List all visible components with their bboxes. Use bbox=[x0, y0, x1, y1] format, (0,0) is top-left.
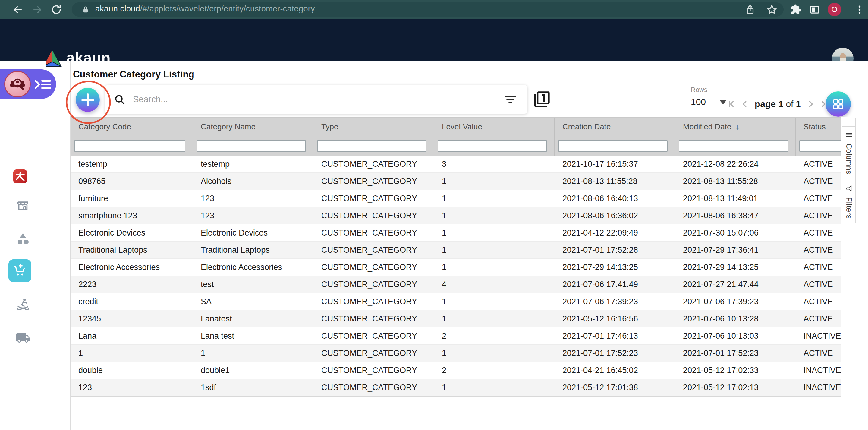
column-filter-input[interactable] bbox=[438, 140, 547, 152]
table-cell: 2223 bbox=[70, 276, 193, 293]
crm-module-badge[interactable] bbox=[4, 71, 31, 97]
side-panel-icon[interactable] bbox=[809, 4, 820, 16]
active-module-pill[interactable] bbox=[0, 69, 56, 99]
table-cell: Lana test bbox=[193, 327, 313, 344]
table-cell: CUSTOMER_CATEGORY bbox=[313, 190, 434, 207]
table-row[interactable]: doubledouble1CUSTOMER_CATEGORY22021-04-2… bbox=[70, 362, 841, 379]
sidebar-item-watersports[interactable] bbox=[0, 297, 46, 312]
table-cell: 12345 bbox=[70, 310, 193, 327]
table-cell: Electronic Accessories bbox=[193, 259, 313, 276]
page-scrollbar[interactable] bbox=[866, 61, 866, 430]
table-cell: CUSTOMER_CATEGORY bbox=[313, 173, 434, 190]
sidebar-item-logistics[interactable] bbox=[0, 331, 46, 345]
column-header[interactable]: Level Value bbox=[434, 118, 555, 136]
column-header-label: Category Name bbox=[201, 122, 255, 132]
table-cell: CUSTOMER_CATEGORY bbox=[313, 362, 434, 379]
table-row[interactable]: 12345LanatestCUSTOMER_CATEGORY12021-05-1… bbox=[70, 310, 841, 327]
column-header[interactable]: Category Code bbox=[70, 118, 193, 136]
column-header[interactable]: Category Name bbox=[193, 118, 313, 136]
menu-open-icon[interactable] bbox=[34, 78, 52, 90]
share-icon[interactable] bbox=[744, 4, 756, 16]
tab-columns[interactable]: Columns bbox=[842, 127, 856, 179]
sidebar-item-red-applet[interactable] bbox=[13, 169, 27, 183]
shapes-icon bbox=[16, 232, 30, 246]
tab-filters[interactable]: Filters bbox=[842, 179, 856, 223]
table-row[interactable]: LanaLana testCUSTOMER_CATEGORY22021-07-0… bbox=[70, 327, 841, 345]
table-row[interactable]: Traditional LaptopsTraditional LaptopsCU… bbox=[70, 241, 841, 259]
first-page-button[interactable] bbox=[726, 99, 737, 109]
table-row[interactable]: 2223testCUSTOMER_CATEGORY42021-07-06 17:… bbox=[70, 276, 841, 293]
extensions-puzzle-icon[interactable] bbox=[790, 4, 802, 16]
table-cell: double bbox=[70, 362, 193, 379]
table-cell: 1 bbox=[434, 173, 555, 190]
table-cell: 2021-08-13 11:55:28 bbox=[555, 173, 675, 190]
table-cell: CUSTOMER_CATEGORY bbox=[313, 310, 434, 327]
table-cell: CUSTOMER_CATEGORY bbox=[313, 207, 434, 224]
table-cell: 2021-07-29 14:13:25 bbox=[675, 259, 796, 276]
add-record-button[interactable] bbox=[76, 88, 100, 112]
browser-toolbar: akaun.cloud/#/applets/wavelet/erp/entity… bbox=[0, 0, 868, 19]
table-row[interactable]: smartphone 123123CUSTOMER_CATEGORY12021-… bbox=[70, 207, 841, 224]
page-title: Customer Category Listing bbox=[73, 69, 194, 80]
table-cell: 1 bbox=[434, 310, 555, 327]
data-grid: Category CodeCategory NameTypeLevel Valu… bbox=[70, 117, 841, 397]
column-header[interactable]: Creation Date bbox=[555, 118, 675, 136]
table-cell: 1 bbox=[193, 345, 313, 362]
next-page-button[interactable] bbox=[806, 99, 816, 109]
column-filter-cell bbox=[675, 136, 796, 155]
table-cell: 1 bbox=[434, 190, 555, 207]
column-filter-input[interactable] bbox=[799, 140, 841, 152]
tab-columns-label: Columns bbox=[844, 144, 853, 174]
sidebar bbox=[0, 61, 46, 430]
column-filter-cell bbox=[434, 136, 555, 155]
column-header-label: Status bbox=[804, 122, 826, 132]
page-indicator: page 1 of 1 bbox=[755, 99, 801, 109]
browser-menu-icon[interactable] bbox=[854, 4, 865, 16]
browser-reload-icon[interactable] bbox=[51, 4, 62, 16]
table-row[interactable]: furniture123CUSTOMER_CATEGORY12021-08-06… bbox=[70, 190, 841, 207]
table-row[interactable]: creditSACUSTOMER_CATEGORY12021-07-06 17:… bbox=[70, 293, 841, 310]
chevron-down-icon bbox=[720, 101, 726, 104]
table-cell: INACTIVE bbox=[796, 327, 841, 344]
table-cell: furniture bbox=[70, 190, 193, 207]
table-row[interactable]: Electronic DevicesElectronic DevicesCUST… bbox=[70, 224, 841, 241]
table-row[interactable]: 1231sdfCUSTOMER_CATEGORY12021-05-12 17:0… bbox=[70, 379, 841, 396]
previous-page-button[interactable] bbox=[740, 99, 750, 109]
column-filter-input[interactable] bbox=[317, 140, 427, 152]
table-row[interactable]: testemptestempCUSTOMER_CATEGORY32021-10-… bbox=[70, 155, 841, 173]
browser-forward-icon[interactable] bbox=[32, 4, 43, 16]
column-filter-input[interactable] bbox=[558, 140, 668, 152]
column-filter-input[interactable] bbox=[74, 140, 185, 152]
sidebar-item-storefront[interactable] bbox=[0, 198, 46, 212]
browser-profile-avatar[interactable]: O bbox=[828, 3, 841, 16]
table-cell: 1 bbox=[434, 345, 555, 362]
table-cell: Lanatest bbox=[193, 310, 313, 327]
table-row[interactable]: Electronic AccessoriesElectronic Accesso… bbox=[70, 259, 841, 276]
column-filter-input[interactable] bbox=[196, 140, 306, 152]
column-filter-input[interactable] bbox=[679, 140, 788, 152]
column-header[interactable]: Modified Date↓ bbox=[675, 118, 796, 136]
sidebar-item-shopping-active[interactable] bbox=[8, 259, 31, 282]
bookmark-star-icon[interactable] bbox=[766, 4, 778, 16]
filter-one-icon[interactable] bbox=[533, 91, 550, 108]
filter-list-icon[interactable] bbox=[504, 94, 516, 105]
table-cell: 3 bbox=[434, 155, 555, 172]
table-cell: 2021-07-30 15:07:06 bbox=[675, 224, 796, 241]
scrollbar-corner bbox=[842, 118, 856, 127]
table-cell: 2021-05-12 16:16:56 bbox=[555, 310, 675, 327]
column-header[interactable]: Status bbox=[796, 118, 841, 136]
column-header[interactable]: Type bbox=[313, 118, 434, 136]
kitesurf-icon bbox=[16, 297, 30, 312]
table-cell: ACTIVE bbox=[796, 276, 841, 293]
table-cell: CUSTOMER_CATEGORY bbox=[313, 276, 434, 293]
browser-back-icon[interactable] bbox=[12, 4, 24, 16]
table-cell: 2021-04-12 22:09:49 bbox=[555, 224, 675, 241]
table-cell: 2021-07-06 17:41:49 bbox=[555, 276, 675, 293]
sidebar-item-category[interactable] bbox=[0, 232, 46, 246]
grid-view-button[interactable] bbox=[826, 91, 851, 117]
search-input[interactable] bbox=[132, 94, 504, 105]
table-row[interactable]: 098765AlcoholsCUSTOMER_CATEGORY12021-08-… bbox=[70, 173, 841, 190]
table-row[interactable]: 11CUSTOMER_CATEGORY12021-07-01 17:52:232… bbox=[70, 345, 841, 362]
table-cell: test bbox=[193, 276, 313, 293]
table-cell: 1sdf bbox=[193, 379, 313, 396]
